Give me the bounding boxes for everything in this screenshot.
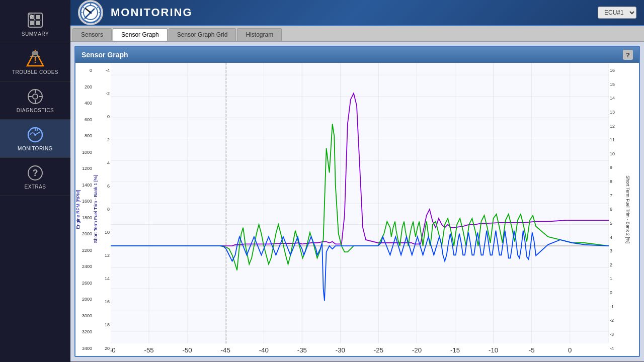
sidebar-item-summary[interactable]: SUMMARY <box>0 5 70 43</box>
y-axis-fuel2-label: Short Term Fuel Trim - Bank 2 [%] <box>624 63 632 356</box>
sidebar-item-extras[interactable]: ? EXTRAS <box>0 158 70 196</box>
svg-rect-3 <box>30 21 34 25</box>
svg-line-33 <box>83 7 84 8</box>
svg-text:-40: -40 <box>259 346 269 354</box>
y-axis-fuel1-ticks: 20181614121086420-2-4 <box>98 63 111 356</box>
svg-text:?: ? <box>33 168 38 178</box>
panel-header: Sensor Graph ? <box>75 47 639 63</box>
tab-histogram[interactable]: Histogram <box>237 28 282 41</box>
diag-icon <box>26 87 44 106</box>
extras-icon: ? <box>26 164 44 182</box>
sidebar-item-trouble-codes[interactable]: ! TROUBLE CODES <box>0 43 70 81</box>
svg-rect-4 <box>36 21 40 25</box>
svg-text:!: ! <box>34 56 36 64</box>
tab-sensor-graph[interactable]: Sensor Graph <box>113 28 168 41</box>
sensor-graph-panel: Sensor Graph ? Engine RPM [RPM] 34003200… <box>74 46 640 357</box>
svg-rect-10 <box>32 51 38 55</box>
svg-rect-2 <box>36 15 40 19</box>
y-axis-fuel2-ticks: -4-3-2-1012345678910111213141516 <box>609 63 624 356</box>
trouble-icon: ! <box>26 49 44 67</box>
help-button[interactable]: ? <box>623 50 633 60</box>
tab-sensor-graph-grid[interactable]: Sensor Graph Grid <box>169 28 236 41</box>
svg-text:-60: -60 <box>111 346 116 354</box>
tab-sensors[interactable]: Sensors <box>72 28 112 41</box>
svg-text:-45: -45 <box>221 346 230 354</box>
svg-point-13 <box>33 94 38 99</box>
tabs-bar: Sensors Sensor Graph Sensor Graph Grid H… <box>70 26 644 42</box>
svg-text:-10: -10 <box>489 346 498 354</box>
svg-line-30 <box>97 7 99 8</box>
svg-text:-25: -25 <box>374 346 383 354</box>
header: MONITORING ECU#1 <box>70 0 644 26</box>
sidebar-label-monitoring: MONITORING <box>18 146 53 151</box>
svg-text:-55: -55 <box>144 346 153 354</box>
monitor-icon <box>26 126 44 144</box>
y-axis-rpm-label: Engine RPM [RPM] <box>75 63 80 356</box>
chart-svg: -60 -55 -50 -45 -40 -35 -30 -25 -20 -15 … <box>111 63 609 356</box>
svg-text:0: 0 <box>568 346 572 354</box>
sidebar-label-diagnostics: DIAGNOSTICS <box>17 108 54 113</box>
sidebar-label-extras: EXTRAS <box>24 184 46 190</box>
svg-text:-30: -30 <box>336 346 345 354</box>
sidebar-item-diagnostics[interactable]: DIAGNOSTICS <box>0 81 70 120</box>
y-axis-fuel1-label: Short Term Fuel Trim - Bank 1 [%] <box>93 63 98 356</box>
app-logo <box>78 0 103 25</box>
y-axis-right: -4-3-2-1012345678910111213141516 Short T… <box>609 63 639 356</box>
chart-svg-container: -60 -55 -50 -45 -40 -35 -30 -25 -20 -15 … <box>111 63 609 356</box>
svg-text:-35: -35 <box>297 346 307 354</box>
ecu-dropdown[interactable]: ECU#1 <box>598 7 636 19</box>
y-axis-rpm-ticks: 3400320030002800260024002200200018001600… <box>80 63 93 356</box>
sidebar-label-trouble: TROUBLE CODES <box>12 69 58 75</box>
svg-text:-15: -15 <box>450 346 460 354</box>
y-axis-left: Engine RPM [RPM] 34003200300028002600240… <box>75 63 111 356</box>
svg-text:-5: -5 <box>529 346 535 354</box>
sidebar-label-summary: SUMMARY <box>22 31 49 37</box>
sidebar: SUMMARY ! TROUBLE CODES DIAGNOSTICS <box>0 0 70 362</box>
logo-icon <box>79 2 102 24</box>
main-content: MONITORING ECU#1 Sensors Sensor Graph Se… <box>70 0 644 362</box>
content-area: Sensor Graph ? Engine RPM [RPM] 34003200… <box>70 42 644 361</box>
svg-line-21 <box>37 129 38 131</box>
panel-title: Sensor Graph <box>82 51 128 59</box>
svg-text:-20: -20 <box>412 346 422 354</box>
page-title: MONITORING <box>111 6 598 19</box>
svg-text:-50: -50 <box>183 346 192 354</box>
svg-line-28 <box>86 9 91 13</box>
chart-area: Engine RPM [RPM] 34003200300028002600240… <box>75 63 639 356</box>
summary-icon <box>26 11 44 29</box>
sidebar-item-monitoring[interactable]: MONITORING <box>0 120 70 158</box>
